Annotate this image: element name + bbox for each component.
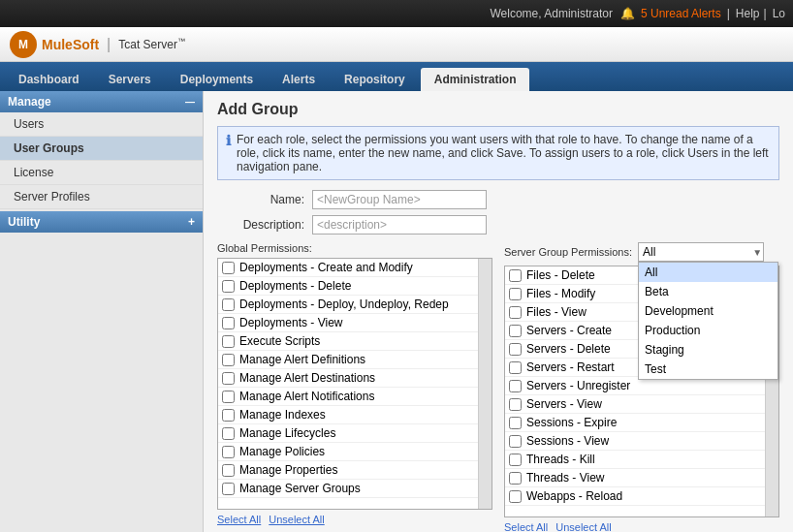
sidebar-item-server-profiles[interactable]: Server Profiles	[0, 185, 203, 209]
tab-dashboard[interactable]: Dashboard	[5, 68, 93, 91]
dropdown-option-staging[interactable]: Staging	[639, 340, 777, 360]
global-perm-item[interactable]: Manage Alert Definitions	[218, 351, 492, 369]
global-perms-inner[interactable]: Deployments - Create and ModifyDeploymen…	[218, 259, 492, 509]
name-row: Name:	[217, 190, 779, 209]
permissions-area: Global Permissions: Deployments - Create…	[217, 242, 779, 532]
global-perm-item[interactable]: Execute Scripts	[218, 332, 492, 351]
server-perm-item[interactable]: Servers - View	[505, 395, 778, 414]
global-perm-item[interactable]: Manage Properties	[218, 461, 492, 480]
sidebar: Manage — Users User Groups License Serve…	[0, 91, 204, 532]
manage-collapse-btn[interactable]: —	[185, 97, 195, 108]
welcome-text: Welcome, Administrator	[490, 7, 613, 20]
name-input[interactable]	[312, 190, 487, 209]
desc-row: Description:	[217, 215, 779, 235]
global-select-all[interactable]: Select All	[217, 514, 261, 525]
main-panel: Add Group ℹ For each role, select the pe…	[204, 91, 793, 532]
global-perm-item[interactable]: Manage Server Groups	[218, 480, 492, 498]
global-perms-list: Deployments - Create and ModifyDeploymen…	[217, 258, 492, 510]
sidebar-utility-header: Utility +	[0, 211, 203, 233]
nav-tabs: Dashboard Servers Deployments Alerts Rep…	[0, 62, 793, 91]
global-perm-item[interactable]: Deployments - Delete	[218, 277, 492, 296]
sidebar-item-users[interactable]: Users	[0, 112, 203, 137]
help-link[interactable]: Help	[736, 7, 760, 20]
dropdown-option-development[interactable]: Development	[639, 301, 777, 321]
alert-icon: 🔔	[620, 7, 635, 20]
alerts-link[interactable]: 5 Unread Alerts	[641, 7, 721, 20]
server-group-label: Server Group Permissions:	[504, 246, 632, 258]
global-perm-item[interactable]: Deployments - Deploy, Undeploy, Redep	[218, 296, 492, 314]
desc-label: Description:	[217, 218, 304, 232]
server-group-select[interactable]: AllBetaDevelopmentProductionStagingTest	[638, 242, 764, 262]
global-perm-item[interactable]: Deployments - View	[218, 314, 492, 332]
brand-name: MuleSoft	[42, 37, 99, 52]
tab-administration[interactable]: Administration	[421, 68, 530, 91]
name-label: Name:	[217, 193, 304, 206]
top-bar: Welcome, Administrator 🔔 5 Unread Alerts…	[0, 0, 793, 27]
server-perm-item[interactable]: Threads - View	[505, 469, 778, 487]
server-unselect-all[interactable]: Unselect All	[555, 521, 611, 532]
info-text: For each role, select the permissions yo…	[237, 133, 771, 173]
global-perms-label: Global Permissions:	[217, 242, 492, 254]
dropdown-option-all[interactable]: All	[639, 263, 777, 282]
server-perm-item[interactable]: Sessions - View	[505, 432, 778, 451]
server-group-dropdown-popup[interactable]: AllBetaDevelopmentProductionStagingTest	[638, 262, 778, 380]
global-perm-item[interactable]: Manage Policies	[218, 443, 492, 461]
logo-separator: |	[107, 36, 111, 53]
sidebar-manage-header: Manage —	[0, 91, 203, 112]
utility-expand-btn[interactable]: +	[188, 215, 195, 229]
sidebar-item-user-groups[interactable]: User Groups	[0, 137, 203, 161]
global-perm-item[interactable]: Manage Lifecycles	[218, 424, 492, 443]
server-perms-col: Server Group Permissions: AllBetaDevelop…	[504, 242, 779, 532]
tab-alerts[interactable]: Alerts	[269, 68, 329, 91]
global-perm-item[interactable]: Deployments - Create and Modify	[218, 259, 492, 277]
global-select-row: Select All Unselect All	[217, 514, 492, 525]
server-select-row: Select All Unselect All	[504, 521, 779, 532]
tab-repository[interactable]: Repository	[331, 68, 419, 91]
info-box: ℹ For each role, select the permissions …	[217, 126, 779, 180]
content-area: Manage — Users User Groups License Serve…	[0, 91, 793, 532]
logo: M MuleSoft	[10, 31, 99, 58]
global-perms-col: Global Permissions: Deployments - Create…	[217, 242, 492, 532]
tab-servers[interactable]: Servers	[95, 68, 165, 91]
dropdown-option-beta[interactable]: Beta	[639, 282, 777, 301]
server-group-dropdown-container: AllBetaDevelopmentProductionStagingTest …	[638, 242, 764, 262]
desc-input[interactable]	[312, 215, 487, 235]
sidebar-item-license[interactable]: License	[0, 161, 203, 185]
server-group-row: Server Group Permissions: AllBetaDevelop…	[504, 242, 779, 262]
server-perm-item[interactable]: Threads - Kill	[505, 451, 778, 469]
global-unselect-all[interactable]: Unselect All	[269, 514, 324, 525]
dropdown-option-production[interactable]: Production	[639, 321, 777, 340]
server-perm-item[interactable]: Webapps - Reload	[505, 487, 778, 506]
info-icon: ℹ	[226, 133, 231, 148]
dropdown-option-test[interactable]: Test	[639, 360, 777, 379]
global-perm-item[interactable]: Manage Indexes	[218, 406, 492, 424]
product-name: Tcat Server™	[118, 37, 185, 51]
global-perm-item[interactable]: Manage Alert Destinations	[218, 369, 492, 388]
global-perms-scrollbar[interactable]	[478, 259, 492, 509]
server-perm-item[interactable]: Sessions - Expire	[505, 414, 778, 432]
logout-link[interactable]: Lo	[773, 7, 785, 20]
tab-deployments[interactable]: Deployments	[167, 68, 267, 91]
mule-icon: M	[10, 31, 37, 58]
page-title: Add Group	[217, 101, 779, 118]
logo-bar: M MuleSoft | Tcat Server™	[0, 27, 793, 62]
server-select-all[interactable]: Select All	[504, 521, 548, 532]
global-perm-item[interactable]: Manage Alert Notifications	[218, 388, 492, 406]
